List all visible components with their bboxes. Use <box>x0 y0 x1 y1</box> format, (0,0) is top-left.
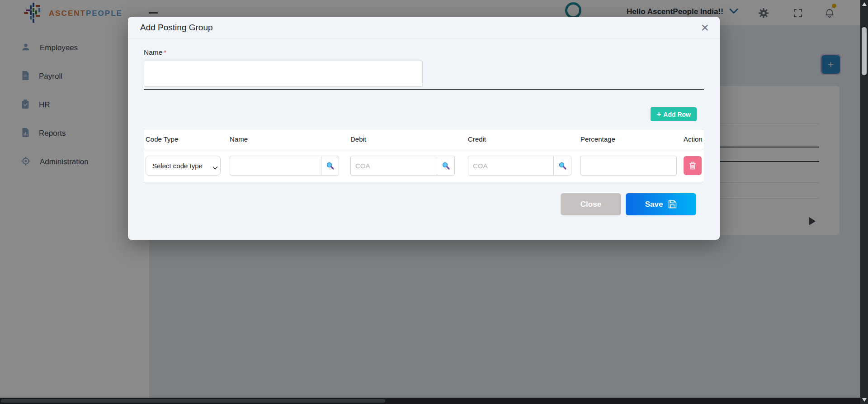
save-disk-icon <box>668 200 677 209</box>
horizontal-scrollbar[interactable] <box>0 398 860 404</box>
modal-header: Add Posting Group × <box>128 17 720 39</box>
add-row-button[interactable]: + Add Row <box>651 107 697 121</box>
trash-icon <box>689 162 696 170</box>
section-divider <box>144 89 704 90</box>
modal-title: Add Posting Group <box>140 23 213 33</box>
column-header-action: Action <box>682 135 704 143</box>
close-icon[interactable]: × <box>701 23 709 33</box>
close-button[interactable]: Close <box>561 193 621 215</box>
modal-footer: Close Save <box>144 193 704 215</box>
vertical-scrollbar-thumb[interactable] <box>862 27 867 75</box>
code-type-select[interactable]: Select code type <box>146 156 221 176</box>
column-header-name: Name <box>228 135 349 143</box>
debit-coa-input[interactable] <box>350 156 437 176</box>
column-header-debit: Debit <box>349 135 466 143</box>
vertical-scrollbar[interactable] <box>860 0 868 404</box>
name-field-label: Name* <box>144 48 704 57</box>
save-button[interactable]: Save <box>626 193 696 215</box>
search-icon <box>441 161 450 170</box>
debit-search-button[interactable] <box>437 156 455 176</box>
column-header-percentage: Percentage <box>579 135 682 143</box>
name-search-button[interactable] <box>321 156 339 176</box>
add-posting-group-modal: Add Posting Group × Name* + Add Row Code… <box>128 17 720 240</box>
posting-rows-table: Code Type Name Debit Credit Percentage A… <box>144 129 704 182</box>
delete-row-button[interactable] <box>684 156 702 175</box>
column-header-credit: Credit <box>466 135 579 143</box>
column-header-code-type: Code Type <box>144 135 228 143</box>
chevron-down-icon <box>212 163 218 171</box>
scroll-down-arrow[interactable] <box>862 398 867 402</box>
required-asterisk: * <box>164 48 166 56</box>
table-header-row: Code Type Name Debit Credit Percentage A… <box>144 129 704 149</box>
credit-coa-input[interactable] <box>468 156 554 176</box>
search-icon <box>326 161 335 170</box>
table-row: Select code type <box>144 149 704 182</box>
row-name-input[interactable] <box>230 156 321 176</box>
percentage-input[interactable] <box>580 156 677 176</box>
plus-icon: + <box>656 110 661 118</box>
credit-search-button[interactable] <box>553 156 571 176</box>
scroll-up-arrow[interactable] <box>862 2 867 6</box>
search-icon <box>558 161 567 170</box>
modal-body: Name* + Add Row Code Type Name Debit Cre… <box>128 39 720 215</box>
posting-group-name-input[interactable] <box>144 61 423 87</box>
horizontal-scrollbar-thumb[interactable] <box>1 399 385 403</box>
